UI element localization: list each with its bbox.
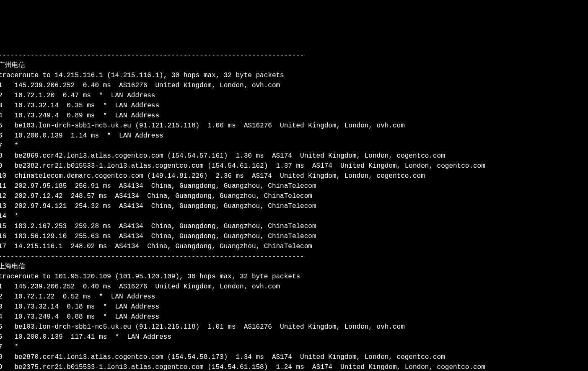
- divider: ----------------------------------------…: [0, 50, 586, 60]
- traceroute-title: 上海电信: [0, 262, 586, 272]
- traceroute-hop: 5 be103.lon-drch-sbb1-nc5.uk.eu (91.121.…: [0, 121, 586, 131]
- traceroute-command: traceroute to 101.95.120.109 (101.95.120…: [0, 272, 586, 282]
- traceroute-hop: 3 10.73.32.14 0.18 ms * LAN Address: [0, 302, 586, 312]
- traceroute-hop: 6 10.200.0.139 117.41 ms * LAN Address: [0, 332, 586, 342]
- traceroute-hop: 11 202.97.95.185 256.91 ms AS4134 China,…: [0, 181, 586, 191]
- traceroute-hop: 10 chinatelecom.demarc.cogentco.com (149…: [0, 171, 586, 181]
- traceroute-hop: 7 *: [0, 141, 586, 151]
- traceroute-hop: 16 183.56.129.10 255.63 ms AS4134 China,…: [0, 231, 586, 241]
- traceroute-hop: 4 10.73.249.4 0.89 ms * LAN Address: [0, 111, 586, 121]
- traceroute-hop: 9 be2375.rcr21.b015533-1.lon13.atlas.cog…: [0, 362, 586, 371]
- traceroute-hop: 4 10.73.249.4 0.88 ms * LAN Address: [0, 312, 586, 322]
- traceroute-hop: 13 202.97.94.121 254.32 ms AS4134 China,…: [0, 201, 586, 211]
- traceroute-hop: 1 145.239.206.252 0.40 ms AS16276 United…: [0, 80, 586, 91]
- traceroute-hop: 12 202.97.12.42 248.57 ms AS4134 China, …: [0, 191, 586, 201]
- traceroute-hop: 8 be2869.ccr42.lon13.atlas.cogentco.com …: [0, 151, 586, 161]
- traceroute-hop: 7 *: [0, 342, 586, 352]
- traceroute-hop: 8 be2870.ccr41.lon13.atlas.cogentco.com …: [0, 352, 586, 362]
- traceroute-title: 广州电信: [0, 60, 586, 70]
- traceroute-hop: 1 145.239.206.252 0.40 ms AS16276 United…: [0, 282, 586, 292]
- terminal-output[interactable]: ----------------------------------------…: [0, 50, 586, 371]
- traceroute-command: traceroute to 14.215.116.1 (14.215.116.1…: [0, 70, 586, 80]
- traceroute-hop: 9 be2382.rcr21.b015533-1.lon13.atlas.cog…: [0, 161, 586, 171]
- traceroute-hop: 3 10.73.32.14 0.35 ms * LAN Address: [0, 101, 586, 111]
- traceroute-hop: 5 be103.lon-drch-sbb1-nc5.uk.eu (91.121.…: [0, 322, 586, 332]
- traceroute-hop: 6 10.200.0.139 1.14 ms * LAN Address: [0, 131, 586, 141]
- traceroute-hop: 2 10.72.1.22 0.52 ms * LAN Address: [0, 292, 586, 302]
- traceroute-hop: 2 10.72.1.20 0.47 ms * LAN Address: [0, 91, 586, 101]
- divider: ----------------------------------------…: [0, 252, 586, 262]
- traceroute-hop: 17 14.215.116.1 248.02 ms AS4134 China, …: [0, 241, 586, 252]
- traceroute-hop: 14 *: [0, 211, 586, 221]
- traceroute-hop: 15 183.2.167.253 259.28 ms AS4134 China,…: [0, 221, 586, 231]
